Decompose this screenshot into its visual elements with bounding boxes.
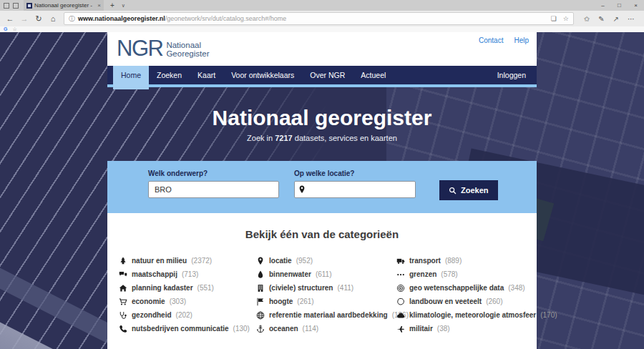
tab-list-icon[interactable]: ∨ [122, 3, 125, 9]
category-item[interactable]: oceanen(114) [256, 324, 396, 333]
nav-items: HomeZoekenKaartVoor ontwikkelaarsOver NG… [107, 66, 394, 84]
categories-column-1: natuur en milieu(2372)maatschappij(713)p… [119, 256, 256, 338]
category-item[interactable]: gezondheid(202) [119, 310, 256, 320]
category-count: (114) [303, 325, 319, 333]
category-item[interactable]: (civiele) structuren(411) [256, 283, 396, 293]
category-count: (261) [297, 298, 313, 305]
category-label: geo wetenschappelijke data [409, 284, 504, 292]
category-label: natuur en milieu [132, 257, 187, 265]
url-path: /geonetwork/srv/dut/catalog.search#/home [165, 15, 287, 22]
category-item[interactable]: landbouw en veeteelt(260) [396, 297, 537, 306]
cart-icon [119, 298, 127, 306]
maximize-button[interactable]: □ [611, 2, 628, 9]
category-count: (889) [445, 257, 462, 265]
anchor-icon [256, 325, 265, 333]
nav-item-inloggen[interactable]: Inloggen [487, 66, 537, 84]
share-icon[interactable]: ↗ [613, 15, 619, 23]
category-count: (713) [182, 270, 198, 278]
new-tab-button[interactable]: + [110, 1, 114, 9]
category-item[interactable]: maatschappij(713) [119, 270, 256, 279]
nav-item-home[interactable]: Home [113, 66, 149, 89]
blob-icon [396, 298, 405, 306]
speech-icon [119, 270, 127, 279]
close-button[interactable]: × [628, 2, 644, 9]
address-bar[interactable]: ⓘ www.nationaalgeoregister.nl /geonetwor… [64, 12, 574, 25]
site-info-icon[interactable]: ⓘ [69, 14, 75, 24]
category-label: nutsbedrijven communicatie [132, 325, 229, 333]
category-item[interactable]: transport(889) [396, 256, 537, 265]
help-link[interactable]: Help [514, 36, 529, 44]
flag-icon [256, 298, 265, 306]
category-item[interactable]: locatie(952) [256, 256, 396, 265]
category-item[interactable]: natuur en milieu(2372) [119, 256, 256, 265]
category-count: (952) [296, 257, 313, 265]
favorite-star-icon[interactable]: ☆ [563, 15, 569, 22]
site-header: NGR Nationaal Georegister Contact Help [107, 32, 537, 66]
tab-close-icon[interactable]: × [97, 2, 101, 9]
topic-input[interactable] [148, 181, 279, 198]
category-item[interactable]: geo wetenschappelijke data(348) [396, 283, 537, 293]
reading-view-icon[interactable]: ❏ [551, 15, 557, 22]
category-item[interactable]: hoogte(261) [256, 297, 396, 306]
category-item[interactable]: binnenwater(611) [256, 270, 396, 279]
cloud-icon [396, 311, 405, 320]
category-label: binnenwater [269, 270, 311, 278]
location-input[interactable] [294, 181, 416, 198]
nav-item-voor-ontwikkelaars[interactable]: Voor ontwikkelaars [223, 66, 302, 84]
back-icon[interactable]: ← [3, 14, 17, 23]
browser-tab[interactable]: Nationaal georegister - × [24, 0, 104, 11]
category-count: (38) [437, 325, 450, 333]
plane-icon [396, 325, 405, 333]
minimize-button[interactable]: – [595, 2, 611, 9]
ngr-logo[interactable]: NGR Nationaal Georegister [117, 35, 537, 62]
refresh-icon[interactable]: ↻ [31, 14, 46, 24]
topic-field-group: Welk onderwerp? [148, 169, 279, 213]
category-item[interactable]: klimatologie, meteorologie atmosfeer(170… [396, 310, 537, 320]
category-label: gezondheid [132, 311, 172, 319]
categories-section: Bekijk één van de categorieën natuur en … [107, 213, 537, 349]
location-pin-icon [298, 185, 306, 195]
topic-label: Welk onderwerp? [148, 169, 279, 177]
contact-link[interactable]: Contact [479, 36, 503, 44]
category-item[interactable]: grenzen(578) [396, 270, 537, 279]
category-count: (130) [233, 325, 250, 333]
nav-item-zoeken[interactable]: Zoeken [149, 66, 190, 84]
category-item[interactable]: referentie materiaal aardbedekking(186) [256, 310, 396, 320]
house-icon [119, 284, 127, 293]
home-icon[interactable]: ⌂ [46, 14, 60, 23]
logo-acronym: NGR [117, 35, 162, 62]
category-item[interactable]: economie(303) [119, 297, 256, 306]
search-panel: Welk onderwerp? Op welke locatie? Zoeken [107, 161, 537, 213]
category-count: (348) [508, 284, 525, 292]
location-label: Op welke locatie? [294, 169, 416, 177]
annotate-icon[interactable]: ✎ [598, 15, 604, 23]
stethoscope-icon [119, 311, 127, 320]
target-icon [396, 284, 405, 293]
set-tabs-aside-icon[interactable] [4, 3, 9, 9]
category-count: (411) [337, 284, 353, 292]
category-count: (260) [486, 298, 502, 305]
tab-preview-icon[interactable] [13, 3, 19, 9]
nav-item-over-ngr[interactable]: Over NGR [302, 66, 353, 84]
nav-item-kaart[interactable]: Kaart [190, 66, 223, 84]
category-item[interactable]: nutsbedrijven communicatie(130) [119, 324, 256, 333]
toolbar-right-icons: ✩ ✎ ↗ ⋯ [577, 15, 641, 23]
more-menu-icon[interactable]: ⋯ [628, 15, 635, 23]
categories-heading: Bekijk één van de categorieën [107, 228, 537, 240]
favorites-bar-item[interactable]: ☆ [12, 26, 16, 32]
category-item[interactable]: planning kadaster(551) [119, 283, 256, 293]
logo-name: Nationaal Georegister [166, 41, 209, 62]
favorites-hub-icon[interactable]: ✩ [584, 15, 590, 23]
dots-icon [396, 270, 405, 279]
category-count: (578) [441, 270, 457, 278]
forward-icon: → [17, 14, 31, 23]
category-label: klimatologie, meteorologie atmosfeer [409, 311, 536, 319]
category-count: (2372) [191, 257, 212, 265]
category-item[interactable]: militair(38) [396, 324, 537, 333]
category-label: grenzen [409, 270, 436, 278]
favorites-bar-item[interactable]: G [4, 26, 7, 32]
page-viewport: NGR Nationaal Georegister Contact Help H… [0, 32, 644, 349]
nav-item-actueel[interactable]: Actueel [353, 66, 394, 84]
search-button[interactable]: Zoeken [439, 180, 498, 200]
address-bar-icons: ❏ ☆ [551, 15, 569, 22]
